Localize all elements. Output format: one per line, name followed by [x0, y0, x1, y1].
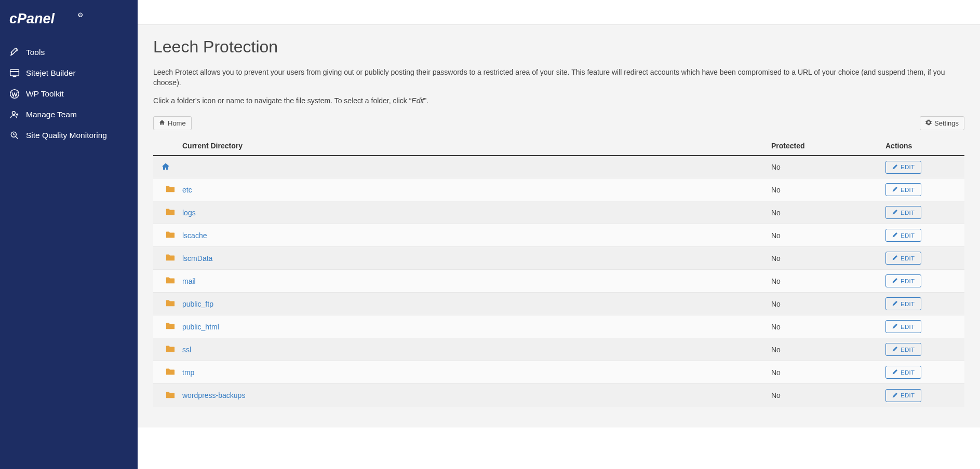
sidebar-item-label: Manage Team	[26, 110, 77, 119]
folder-link[interactable]: wordpress-backups	[182, 391, 245, 399]
svg-text:cPanel: cPanel	[9, 11, 55, 26]
protected-value: No	[767, 338, 881, 361]
table-row: lscmDataNoEDIT	[153, 247, 964, 270]
team-icon	[9, 109, 20, 120]
folder-icon[interactable]	[166, 185, 175, 195]
sitejet-icon	[9, 68, 20, 78]
folder-icon[interactable]	[166, 391, 175, 401]
folder-link[interactable]: tmp	[182, 368, 194, 377]
directory-table: Current Directory Protected Actions NoED…	[153, 136, 964, 407]
table-row: logsNoEDIT	[153, 201, 964, 224]
table-header-actions: Actions	[881, 136, 964, 156]
page-title: Leech Protection	[153, 37, 964, 57]
sidebar-item-label: Sitejet Builder	[26, 68, 76, 78]
toolbar: Home Settings	[153, 116, 964, 130]
svg-point-5	[12, 112, 15, 115]
folder-icon[interactable]	[166, 276, 175, 286]
table-row: NoEDIT	[153, 156, 964, 178]
settings-button[interactable]: Settings	[920, 116, 964, 130]
folder-link[interactable]: public_html	[182, 323, 219, 331]
folder-link[interactable]: mail	[182, 277, 196, 285]
edit-button[interactable]: EDIT	[885, 183, 921, 196]
wp-icon	[9, 89, 20, 99]
edit-button[interactable]: EDIT	[885, 229, 921, 242]
table-header-current-directory: Current Directory	[178, 136, 767, 156]
home-button[interactable]: Home	[153, 116, 192, 130]
cpanel-logo[interactable]: cPanel R	[0, 6, 138, 42]
sidebar-item-site-quality-monitoring[interactable]: Site Quality Monitoring	[0, 125, 138, 146]
table-header-protected: Protected	[767, 136, 881, 156]
pencil-icon	[892, 278, 898, 284]
pencil-icon	[892, 300, 898, 307]
tools-icon	[9, 47, 20, 58]
folder-link[interactable]: public_ftp	[182, 300, 213, 308]
pencil-icon	[892, 255, 898, 261]
sidebar-item-sitejet-builder[interactable]: Sitejet Builder	[0, 63, 138, 84]
folder-link[interactable]: logs	[182, 209, 196, 217]
page-description-1: Leech Protect allows you to prevent your…	[153, 67, 964, 88]
protected-value: No	[767, 178, 881, 201]
pencil-icon	[892, 209, 898, 216]
folder-icon[interactable]	[166, 253, 175, 263]
home-icon[interactable]	[162, 164, 170, 172]
table-row: lscacheNoEDIT	[153, 224, 964, 247]
protected-value: No	[767, 270, 881, 293]
sidebar: cPanel R ToolsSitejet BuilderWP ToolkitM…	[0, 0, 138, 469]
sidebar-item-wp-toolkit[interactable]: WP Toolkit	[0, 84, 138, 104]
pencil-icon	[892, 232, 898, 239]
sidebar-item-label: Tools	[26, 48, 45, 57]
folder-icon[interactable]	[166, 322, 175, 332]
folder-icon[interactable]	[166, 230, 175, 240]
top-bar	[138, 0, 980, 25]
edit-button[interactable]: EDIT	[885, 274, 921, 287]
page-description-2: Click a folder's icon or name to navigat…	[153, 95, 964, 106]
protected-value: No	[767, 384, 881, 407]
folder-link[interactable]: lscmData	[182, 254, 212, 263]
edit-button[interactable]: EDIT	[885, 297, 921, 310]
main-content: Leech Protection Leech Protect allows yo…	[138, 0, 980, 469]
protected-value: No	[767, 361, 881, 384]
edit-button[interactable]: EDIT	[885, 161, 921, 174]
folder-icon[interactable]	[166, 299, 175, 309]
protected-value: No	[767, 293, 881, 315]
edit-button[interactable]: EDIT	[885, 366, 921, 379]
protected-value: No	[767, 156, 881, 178]
sidebar-item-label: WP Toolkit	[26, 89, 64, 99]
protected-value: No	[767, 315, 881, 338]
table-row: public_ftpNoEDIT	[153, 293, 964, 315]
sidebar-item-tools[interactable]: Tools	[0, 42, 138, 63]
table-row: mailNoEDIT	[153, 270, 964, 293]
folder-link[interactable]: lscache	[182, 231, 207, 240]
folder-icon[interactable]	[166, 208, 175, 217]
sidebar-item-manage-team[interactable]: Manage Team	[0, 104, 138, 125]
pencil-icon	[892, 369, 898, 376]
gear-icon	[925, 119, 932, 127]
pencil-icon	[892, 323, 898, 330]
table-row: wordpress-backupsNoEDIT	[153, 384, 964, 407]
folder-link[interactable]: ssl	[182, 346, 191, 354]
svg-text:R: R	[79, 14, 82, 17]
magnify-icon	[9, 130, 20, 141]
table-row: sslNoEDIT	[153, 338, 964, 361]
table-row: etcNoEDIT	[153, 178, 964, 201]
folder-link[interactable]: etc	[182, 186, 192, 194]
table-row: public_htmlNoEDIT	[153, 315, 964, 338]
pencil-icon	[892, 346, 898, 353]
pencil-icon	[892, 186, 898, 193]
edit-button[interactable]: EDIT	[885, 206, 921, 219]
pencil-icon	[892, 164, 898, 171]
protected-value: No	[767, 201, 881, 224]
edit-button[interactable]: EDIT	[885, 343, 921, 356]
home-icon	[159, 119, 165, 127]
protected-value: No	[767, 224, 881, 247]
edit-button[interactable]: EDIT	[885, 389, 921, 402]
protected-value: No	[767, 247, 881, 270]
edit-button[interactable]: EDIT	[885, 252, 921, 265]
sidebar-item-label: Site Quality Monitoring	[26, 131, 107, 140]
table-row: tmpNoEDIT	[153, 361, 964, 384]
folder-icon[interactable]	[166, 344, 175, 354]
folder-icon[interactable]	[166, 367, 175, 377]
pencil-icon	[892, 392, 898, 399]
svg-rect-3	[10, 70, 19, 76]
edit-button[interactable]: EDIT	[885, 320, 921, 333]
